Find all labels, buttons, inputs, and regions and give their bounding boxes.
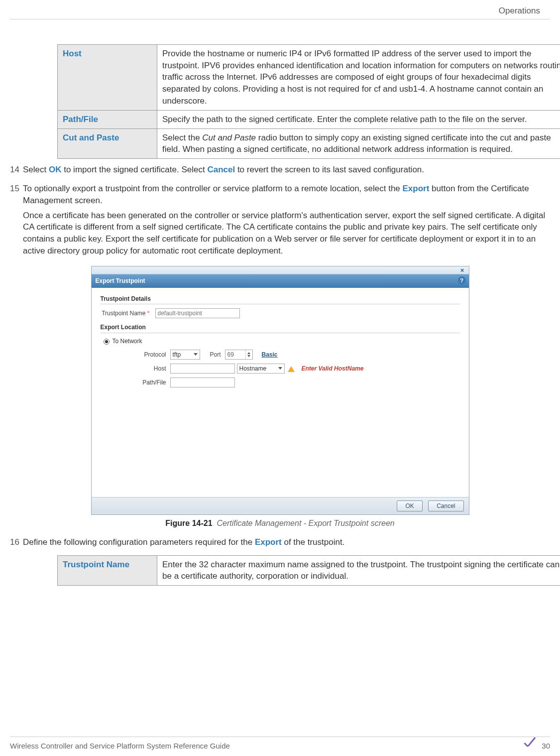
desc-pathfile: Specify the path to the signed certifica… — [157, 110, 560, 128]
desc-host: Provide the hostname or numeric IP4 or I… — [157, 44, 560, 110]
definitions-table-1: Host Provide the hostname or numeric IP4… — [57, 44, 560, 159]
dialog-titlebar: Export Trustpoint ? — [92, 274, 469, 288]
host-error-text: Enter Valid HostName — [302, 365, 364, 373]
section-trustpoint-details: Trustpoint Details — [101, 295, 460, 305]
term-pathfile: Path/File — [58, 110, 157, 128]
ok-button[interactable]: OK — [397, 501, 422, 512]
desc-trustpoint-name: Enter the 32 character maximum name assi… — [157, 555, 560, 586]
term-host: Host — [58, 44, 157, 110]
pathfile-input[interactable] — [170, 378, 235, 387]
step-16: 16 Define the following configuration pa… — [10, 536, 550, 551]
term-trustpoint-name: Trustpoint Name — [58, 555, 157, 586]
checkmark-icon — [522, 740, 537, 751]
to-network-radio[interactable] — [104, 339, 110, 345]
trustpoint-name-label: Trustpoint Name * — [101, 309, 155, 318]
dialog-title: Export Trustpoint — [96, 277, 145, 284]
host-input[interactable] — [170, 364, 235, 374]
doc-title: Wireless Controller and Service Platform… — [10, 741, 230, 751]
help-icon[interactable]: ? — [458, 276, 466, 284]
to-network-label: To Network — [112, 337, 142, 346]
table-row: Host Provide the hostname or numeric IP4… — [58, 44, 560, 110]
port-stepper[interactable]: 69 — [225, 350, 253, 360]
host-label: Host — [135, 365, 170, 373]
warning-icon — [288, 366, 295, 372]
definitions-table-2: Trustpoint Name Enter the 32 character m… — [57, 555, 560, 586]
section-export-location: Export Location — [101, 323, 460, 333]
page-number: 30 — [542, 741, 550, 751]
table-row: Trustpoint Name Enter the 32 character m… — [58, 555, 560, 586]
protocol-select[interactable]: tftp — [170, 350, 200, 360]
figure-caption: Figure 14-21 Certificate Management - Ex… — [10, 518, 550, 529]
close-icon[interactable]: × — [459, 267, 466, 274]
export-trustpoint-dialog: × Export Trustpoint ? Trustpoint Details… — [91, 266, 469, 515]
basic-link[interactable]: Basic — [262, 351, 278, 359]
page-footer: Wireless Controller and Service Platform… — [10, 737, 550, 751]
table-row: Cut and Paste Select the Cut and Paste r… — [58, 128, 560, 159]
step-15: 15 To optionally export a trustpoint fro… — [10, 183, 550, 260]
trustpoint-name-input[interactable] — [155, 308, 240, 318]
chevron-down-icon — [278, 367, 282, 370]
section-header: Operations — [10, 5, 550, 19]
port-label: Port — [200, 351, 225, 359]
chevron-down-icon — [194, 353, 198, 356]
step-14: 14 Select OK to import the signed certif… — [10, 164, 550, 179]
desc-cutpaste: Select the Cut and Paste radio button to… — [157, 128, 560, 159]
cancel-button[interactable]: Cancel — [428, 501, 463, 512]
table-row: Path/File Specify the path to the signed… — [58, 110, 560, 128]
protocol-label: Protocol — [135, 351, 170, 359]
term-cutpaste: Cut and Paste — [58, 128, 157, 159]
pathfile-label: Path/File — [135, 378, 170, 387]
host-type-select[interactable]: Hostname — [237, 364, 285, 374]
